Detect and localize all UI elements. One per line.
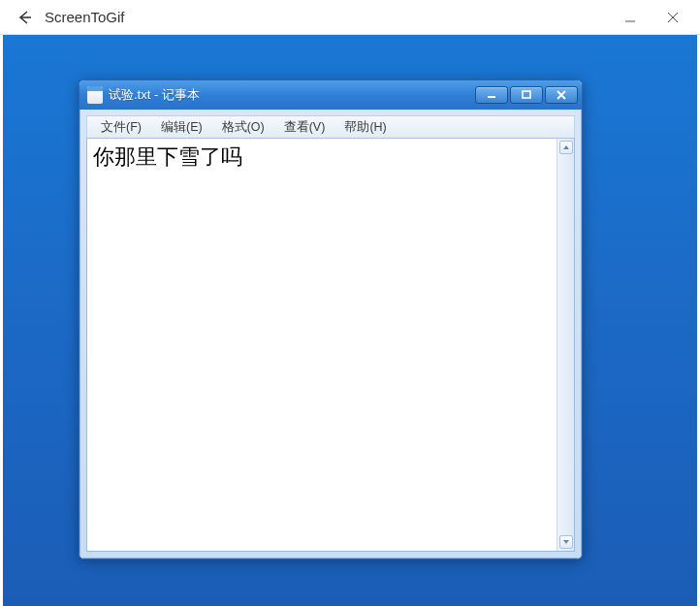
chevron-up-icon (562, 144, 570, 151)
scroll-down-button[interactable] (559, 535, 573, 549)
outer-title: ScreenToGif (45, 9, 125, 25)
svg-rect-1 (523, 91, 530, 98)
menu-file-accel: (F) (126, 120, 142, 134)
notepad-app-icon (87, 86, 103, 104)
outer-minimize-button[interactable] (609, 3, 652, 32)
menu-format[interactable]: 格式(O) (212, 117, 274, 138)
outer-close-button[interactable] (652, 3, 694, 32)
menu-help-label: 帮助 (344, 120, 369, 134)
desktop-background: 试验.txt - 记事本 文件(F) 编辑(E) 格式(O) 查看(V) (0, 35, 700, 606)
menu-help[interactable]: 帮助(H) (334, 117, 396, 138)
menu-format-label: 格式 (222, 120, 247, 134)
notepad-titlebar[interactable]: 试验.txt - 记事本 (80, 80, 582, 110)
screentogif-window: ScreenToGif 试验.txt - 记事本 (0, 0, 700, 606)
chevron-down-icon (562, 538, 570, 546)
menu-file-label: 文件 (101, 120, 126, 134)
menu-format-accel: (O) (247, 120, 265, 134)
minimize-icon (486, 90, 497, 100)
maximize-icon (521, 90, 532, 100)
notepad-menubar: 文件(F) 编辑(E) 格式(O) 查看(V) 帮助(H) (86, 115, 575, 139)
notepad-window: 试验.txt - 记事本 文件(F) 编辑(E) 格式(O) 查看(V) (79, 80, 583, 559)
menu-help-accel: (H) (369, 120, 386, 134)
menu-edit-accel: (E) (186, 120, 203, 134)
menu-file[interactable]: 文件(F) (91, 117, 151, 138)
notepad-editor-area: 你那里下雪了吗 (86, 139, 575, 552)
close-icon (556, 90, 567, 100)
menu-edit[interactable]: 编辑(E) (151, 117, 212, 138)
notepad-maximize-button[interactable] (510, 86, 543, 104)
scroll-up-button[interactable] (559, 141, 573, 154)
back-arrow-icon (16, 9, 33, 26)
notepad-title: 试验.txt - 记事本 (109, 86, 200, 104)
menu-view-label: 查看 (284, 120, 309, 134)
menu-view[interactable]: 查看(V) (274, 117, 335, 138)
notepad-chrome: 文件(F) 编辑(E) 格式(O) 查看(V) 帮助(H) 你那里下雪了吗 (80, 110, 582, 558)
outer-titlebar: ScreenToGif (0, 0, 700, 35)
notepad-textarea[interactable]: 你那里下雪了吗 (87, 139, 557, 551)
menu-edit-label: 编辑 (161, 120, 186, 134)
notepad-minimize-button[interactable] (475, 86, 508, 104)
svg-rect-0 (488, 96, 495, 98)
notepad-close-button[interactable] (545, 86, 578, 104)
menu-view-accel: (V) (309, 120, 326, 134)
back-button[interactable] (10, 3, 39, 32)
vertical-scrollbar[interactable] (557, 139, 574, 551)
